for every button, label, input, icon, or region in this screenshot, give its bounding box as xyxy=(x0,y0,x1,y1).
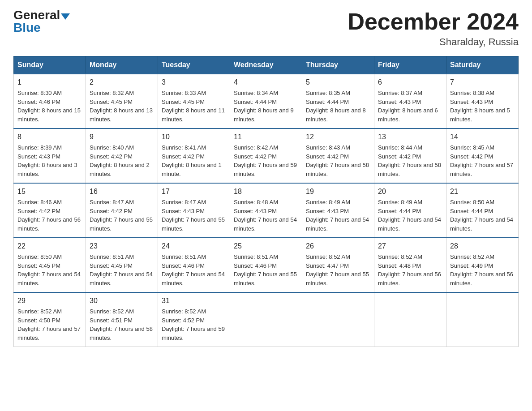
table-row: 9 Sunrise: 8:40 AMSunset: 4:42 PMDayligh… xyxy=(86,128,158,183)
table-row: 1 Sunrise: 8:30 AMSunset: 4:46 PMDayligh… xyxy=(14,74,86,128)
day-info: Sunrise: 8:43 AMSunset: 4:42 PMDaylight:… xyxy=(306,144,369,177)
title-block: December 2024 Sharalday, Russia xyxy=(348,9,519,48)
calendar-week-row: 8 Sunrise: 8:39 AMSunset: 4:43 PMDayligh… xyxy=(14,128,519,183)
table-row: 13 Sunrise: 8:44 AMSunset: 4:42 PMDaylig… xyxy=(374,128,446,183)
day-info: Sunrise: 8:52 AMSunset: 4:48 PMDaylight:… xyxy=(378,253,441,287)
month-title: December 2024 xyxy=(348,9,519,34)
location-text: Sharalday, Russia xyxy=(348,36,519,48)
table-row: 28 Sunrise: 8:52 AMSunset: 4:49 PMDaylig… xyxy=(446,238,519,292)
table-row xyxy=(302,292,374,347)
day-number: 1 xyxy=(17,77,82,88)
day-number: 23 xyxy=(90,241,154,252)
day-info: Sunrise: 8:32 AMSunset: 4:45 PMDaylight:… xyxy=(90,90,153,123)
day-info: Sunrise: 8:52 AMSunset: 4:52 PMDaylight:… xyxy=(162,308,225,341)
day-info: Sunrise: 8:52 AMSunset: 4:50 PMDaylight:… xyxy=(17,308,81,341)
day-number: 18 xyxy=(234,186,298,197)
table-row: 12 Sunrise: 8:43 AMSunset: 4:42 PMDaylig… xyxy=(302,128,374,183)
day-info: Sunrise: 8:47 AMSunset: 4:43 PMDaylight:… xyxy=(162,199,225,232)
col-wednesday: Wednesday xyxy=(230,56,302,74)
calendar-week-row: 22 Sunrise: 8:50 AMSunset: 4:45 PMDaylig… xyxy=(14,238,519,292)
day-info: Sunrise: 8:52 AMSunset: 4:47 PMDaylight:… xyxy=(306,253,369,287)
calendar-week-row: 1 Sunrise: 8:30 AMSunset: 4:46 PMDayligh… xyxy=(14,74,519,128)
table-row: 10 Sunrise: 8:41 AMSunset: 4:42 PMDaylig… xyxy=(158,128,230,183)
table-row: 16 Sunrise: 8:47 AMSunset: 4:42 PMDaylig… xyxy=(86,183,158,238)
col-monday: Monday xyxy=(86,56,158,74)
day-number: 26 xyxy=(306,241,370,252)
logo-line2: Blue xyxy=(13,21,41,34)
day-number: 6 xyxy=(378,77,442,88)
day-number: 13 xyxy=(378,132,442,142)
table-row: 3 Sunrise: 8:33 AMSunset: 4:45 PMDayligh… xyxy=(158,74,230,128)
day-number: 27 xyxy=(378,241,442,252)
table-row: 7 Sunrise: 8:38 AMSunset: 4:43 PMDayligh… xyxy=(446,74,519,128)
logo-general-text: General xyxy=(13,8,60,22)
day-number: 12 xyxy=(306,132,370,142)
day-number: 8 xyxy=(17,132,82,142)
day-number: 20 xyxy=(378,186,442,197)
table-row: 4 Sunrise: 8:34 AMSunset: 4:44 PMDayligh… xyxy=(230,74,302,128)
day-info: Sunrise: 8:52 AMSunset: 4:51 PMDaylight:… xyxy=(90,308,153,341)
day-number: 3 xyxy=(162,77,226,88)
day-info: Sunrise: 8:30 AMSunset: 4:46 PMDaylight:… xyxy=(17,90,81,123)
table-row: 20 Sunrise: 8:49 AMSunset: 4:44 PMDaylig… xyxy=(374,183,446,238)
day-info: Sunrise: 8:40 AMSunset: 4:42 PMDaylight:… xyxy=(90,144,150,177)
day-info: Sunrise: 8:50 AMSunset: 4:44 PMDaylight:… xyxy=(450,199,513,232)
logo-line1: General xyxy=(13,9,70,21)
table-row: 11 Sunrise: 8:42 AMSunset: 4:42 PMDaylig… xyxy=(230,128,302,183)
day-number: 25 xyxy=(234,241,298,252)
day-info: Sunrise: 8:49 AMSunset: 4:43 PMDaylight:… xyxy=(306,199,369,232)
table-row: 15 Sunrise: 8:46 AMSunset: 4:42 PMDaylig… xyxy=(14,183,86,238)
day-info: Sunrise: 8:49 AMSunset: 4:44 PMDaylight:… xyxy=(378,199,441,232)
table-row: 22 Sunrise: 8:50 AMSunset: 4:45 PMDaylig… xyxy=(14,238,86,292)
logo: General Blue xyxy=(13,9,70,34)
table-row xyxy=(374,292,446,347)
table-row: 26 Sunrise: 8:52 AMSunset: 4:47 PMDaylig… xyxy=(302,238,374,292)
table-row: 17 Sunrise: 8:47 AMSunset: 4:43 PMDaylig… xyxy=(158,183,230,238)
calendar-week-row: 29 Sunrise: 8:52 AMSunset: 4:50 PMDaylig… xyxy=(14,292,519,347)
day-number: 11 xyxy=(234,132,298,142)
day-number: 30 xyxy=(90,295,154,306)
table-row: 5 Sunrise: 8:35 AMSunset: 4:44 PMDayligh… xyxy=(302,74,374,128)
col-thursday: Thursday xyxy=(302,56,374,74)
day-info: Sunrise: 8:48 AMSunset: 4:43 PMDaylight:… xyxy=(234,199,297,232)
table-row: 24 Sunrise: 8:51 AMSunset: 4:46 PMDaylig… xyxy=(158,238,230,292)
day-number: 28 xyxy=(450,241,515,252)
table-row: 21 Sunrise: 8:50 AMSunset: 4:44 PMDaylig… xyxy=(446,183,519,238)
table-row xyxy=(230,292,302,347)
day-number: 2 xyxy=(90,77,154,88)
day-number: 4 xyxy=(234,77,298,88)
logo-triangle-icon xyxy=(61,13,70,20)
day-number: 29 xyxy=(17,295,82,306)
day-number: 15 xyxy=(17,186,82,197)
day-info: Sunrise: 8:52 AMSunset: 4:49 PMDaylight:… xyxy=(450,253,513,287)
day-info: Sunrise: 8:44 AMSunset: 4:42 PMDaylight:… xyxy=(378,144,441,177)
day-info: Sunrise: 8:51 AMSunset: 4:46 PMDaylight:… xyxy=(234,253,297,287)
page-header: General Blue December 2024 Sharalday, Ru… xyxy=(13,9,519,48)
day-info: Sunrise: 8:35 AMSunset: 4:44 PMDaylight:… xyxy=(306,90,366,123)
day-info: Sunrise: 8:41 AMSunset: 4:42 PMDaylight:… xyxy=(162,144,222,177)
day-number: 5 xyxy=(306,77,370,88)
day-number: 17 xyxy=(162,186,226,197)
day-number: 9 xyxy=(90,132,154,142)
day-number: 31 xyxy=(162,295,226,306)
day-info: Sunrise: 8:51 AMSunset: 4:46 PMDaylight:… xyxy=(162,253,225,287)
day-info: Sunrise: 8:45 AMSunset: 4:42 PMDaylight:… xyxy=(450,144,513,177)
day-info: Sunrise: 8:51 AMSunset: 4:45 PMDaylight:… xyxy=(90,253,153,287)
day-info: Sunrise: 8:33 AMSunset: 4:45 PMDaylight:… xyxy=(162,90,225,123)
table-row: 23 Sunrise: 8:51 AMSunset: 4:45 PMDaylig… xyxy=(86,238,158,292)
day-number: 21 xyxy=(450,186,515,197)
table-row: 2 Sunrise: 8:32 AMSunset: 4:45 PMDayligh… xyxy=(86,74,158,128)
day-number: 7 xyxy=(450,77,515,88)
day-info: Sunrise: 8:46 AMSunset: 4:42 PMDaylight:… xyxy=(17,199,81,232)
table-row: 6 Sunrise: 8:37 AMSunset: 4:43 PMDayligh… xyxy=(374,74,446,128)
col-saturday: Saturday xyxy=(446,56,519,74)
day-info: Sunrise: 8:42 AMSunset: 4:42 PMDaylight:… xyxy=(234,144,297,177)
table-row: 29 Sunrise: 8:52 AMSunset: 4:50 PMDaylig… xyxy=(14,292,86,347)
day-number: 14 xyxy=(450,132,515,142)
day-info: Sunrise: 8:47 AMSunset: 4:42 PMDaylight:… xyxy=(90,199,153,232)
table-row: 19 Sunrise: 8:49 AMSunset: 4:43 PMDaylig… xyxy=(302,183,374,238)
day-info: Sunrise: 8:39 AMSunset: 4:43 PMDaylight:… xyxy=(17,144,77,177)
day-number: 24 xyxy=(162,241,226,252)
col-tuesday: Tuesday xyxy=(158,56,230,74)
calendar-header-row: Sunday Monday Tuesday Wednesday Thursday… xyxy=(14,56,519,74)
